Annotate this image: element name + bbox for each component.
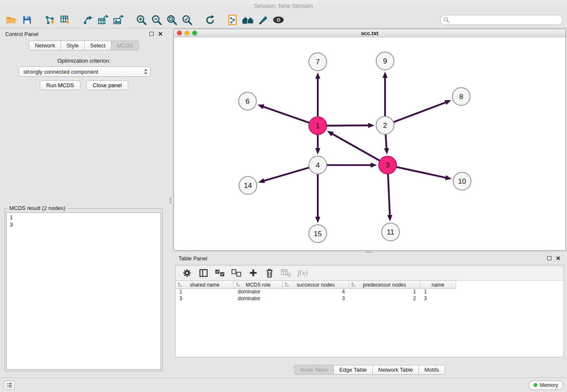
float-panel-icon[interactable]: [149, 32, 154, 36]
first-neighbors-button[interactable]: [225, 13, 240, 27]
tab-motifs[interactable]: Motifs: [418, 365, 445, 375]
edge-arrow-3-1: [327, 131, 334, 136]
edge-4-14[interactable]: [263, 168, 309, 181]
run-mcds-button[interactable]: Run MCDS: [40, 80, 80, 90]
cell-mcds-role[interactable]: dominator: [234, 295, 283, 302]
network-canvas-svg[interactable]: 7968124314101511: [174, 37, 565, 250]
column-header-mcds-role[interactable]: MCDS role: [234, 281, 283, 289]
tab-style[interactable]: Style: [61, 41, 85, 50]
edge-arrow-4-3: [371, 163, 377, 168]
zoom-selected-button[interactable]: [179, 13, 195, 27]
column-header-shared-name[interactable]: shared name: [176, 281, 234, 289]
export-table-button[interactable]: [96, 13, 111, 27]
cell-successor-nodes[interactable]: 4: [283, 289, 349, 295]
close-panel-icon[interactable]: ✕: [158, 32, 163, 36]
add-column-button[interactable]: [247, 267, 259, 279]
show-hide-button[interactable]: [271, 13, 286, 27]
open-session-button[interactable]: [4, 13, 19, 27]
node-11[interactable]: 11: [382, 223, 399, 241]
float-table-panel-icon[interactable]: [547, 256, 551, 260]
node-8[interactable]: 8: [452, 88, 470, 105]
select-all-button[interactable]: [214, 267, 226, 279]
minimize-window-button[interactable]: −: [184, 30, 190, 36]
node-6[interactable]: 6: [239, 92, 256, 110]
network-overview-button[interactable]: [240, 13, 256, 27]
node-1[interactable]: 1: [309, 117, 327, 135]
node-4[interactable]: 4: [309, 156, 327, 174]
import-table-button[interactable]: [58, 13, 73, 27]
show-columns-button[interactable]: [197, 267, 210, 279]
export-image-button[interactable]: [111, 13, 126, 27]
close-panel-button[interactable]: Close panel: [86, 80, 128, 90]
save-session-button[interactable]: [19, 13, 35, 27]
toolbar-search-box[interactable]: [440, 15, 563, 25]
tab-network-table[interactable]: Network Table: [372, 365, 419, 375]
zoom-fit-button[interactable]: [164, 13, 179, 27]
column-header-predecessor-nodes[interactable]: predecessor nodes: [349, 281, 420, 289]
table-row[interactable]: 1 dominator 4 1 1: [176, 289, 564, 295]
node-7[interactable]: 7: [309, 53, 327, 71]
node-9[interactable]: 9: [376, 52, 394, 70]
tab-mcds[interactable]: MCDS: [111, 41, 139, 50]
column-header-successor-nodes[interactable]: successor nodes: [283, 281, 349, 289]
close-window-button[interactable]: ×: [177, 30, 182, 36]
edge-3-11[interactable]: [388, 174, 390, 216]
main-toolbar: [0, 12, 567, 28]
import-network-icon: [44, 15, 55, 25]
zoom-in-icon: [136, 14, 147, 26]
control-panel-title: Control Panel: [5, 31, 39, 37]
network-window-titlebar[interactable]: × − + scc.txt: [174, 29, 565, 37]
cell-name[interactable]: 3: [420, 295, 456, 302]
table-row[interactable]: 3 dominator 3 2 3: [176, 295, 564, 302]
tab-node-table[interactable]: Node Table: [294, 365, 334, 375]
cell-predecessor-nodes[interactable]: 1: [349, 289, 420, 295]
export-network-button[interactable]: [80, 13, 96, 27]
window-title: Session: New Session: [254, 3, 313, 9]
edge-3-10[interactable]: [397, 167, 447, 178]
column-header-name[interactable]: name: [420, 281, 456, 289]
apply-layout-button[interactable]: [202, 13, 217, 27]
vertical-splitter[interactable]: [168, 29, 173, 373]
criterion-dropdown[interactable]: strongly connected component: [19, 66, 151, 77]
cell-shared-name[interactable]: 3: [176, 295, 234, 302]
edge-3-1[interactable]: [331, 133, 380, 160]
cell-shared-name[interactable]: 1: [176, 289, 234, 295]
edge-2-8[interactable]: [394, 102, 447, 122]
deselect-all-button[interactable]: [230, 267, 243, 279]
cell-name[interactable]: 1: [420, 289, 456, 295]
table-panel-tabs: Node Table Edge Table Network Table Moti…: [173, 365, 566, 375]
cell-successor-nodes[interactable]: 3: [283, 295, 349, 302]
cell-predecessor-nodes[interactable]: 2: [349, 295, 420, 302]
node-10[interactable]: 10: [453, 172, 471, 190]
dropdown-stepper-icon: [144, 69, 148, 75]
node-14[interactable]: 14: [239, 177, 257, 194]
delete-column-button[interactable]: [263, 267, 276, 279]
table-settings-button[interactable]: [181, 267, 193, 279]
node-3[interactable]: 3: [379, 156, 396, 174]
node-2[interactable]: 2: [376, 116, 394, 134]
mcds-result-box[interactable]: 1 3: [6, 213, 161, 370]
show-panels-button[interactable]: [4, 381, 15, 390]
close-table-panel-icon[interactable]: ✕: [556, 256, 561, 260]
table-panel: Table Panel ✕: [173, 253, 566, 377]
edge-1-6[interactable]: [262, 106, 309, 123]
edge-2-3[interactable]: [385, 135, 386, 149]
zoom-out-button[interactable]: [149, 13, 164, 27]
tab-network[interactable]: Network: [29, 41, 61, 50]
function-builder-button: f(x): [296, 267, 309, 279]
node-15[interactable]: 15: [309, 225, 327, 243]
svg-text:6: 6: [245, 97, 249, 105]
style-brush-button[interactable]: [256, 13, 271, 27]
tab-select[interactable]: Select: [84, 41, 111, 50]
edge-1-2[interactable]: [327, 125, 369, 126]
edge-arrow-4-14: [258, 178, 265, 183]
control-panel: Control Panel ✕ Network Style Select MCD…: [0, 29, 168, 373]
search-input[interactable]: [449, 17, 559, 23]
zoom-window-button[interactable]: +: [192, 30, 197, 36]
zoom-in-button[interactable]: [134, 13, 149, 27]
cell-mcds-role[interactable]: dominator: [234, 289, 283, 295]
tab-edge-table[interactable]: Edge Table: [333, 365, 373, 375]
network-canvas[interactable]: 7968124314101511: [174, 37, 565, 250]
import-network-button[interactable]: [42, 13, 58, 27]
memory-button[interactable]: Memory: [528, 381, 563, 390]
